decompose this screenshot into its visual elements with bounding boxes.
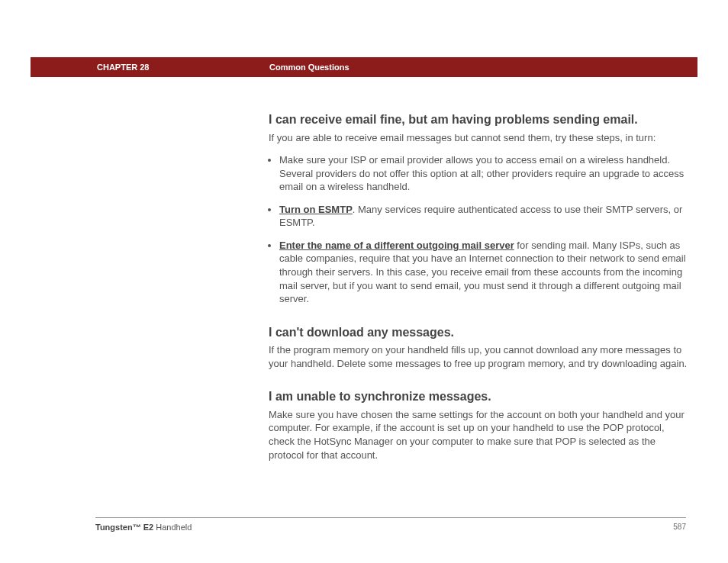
bullet-list-sending: Make sure your ISP or email provider all… <box>269 153 692 305</box>
link-turn-on-esmtp[interactable]: Turn on ESMTP <box>279 204 353 215</box>
main-content: I can receive email fine, but am having … <box>269 111 692 480</box>
body-sync: Make sure you have chosen the same setti… <box>269 408 692 462</box>
section-sync: I am unable to synchronize messages. Mak… <box>269 388 692 462</box>
footer-page-number: 587 <box>673 523 686 531</box>
section-sending-email: I can receive email fine, but am having … <box>269 111 692 306</box>
link-outgoing-server[interactable]: Enter the name of a different outgoing m… <box>279 240 514 251</box>
chapter-title: Common Questions <box>269 63 350 72</box>
heading-sync: I am unable to synchronize messages. <box>269 388 692 405</box>
chapter-label: CHAPTER 28 <box>97 63 149 72</box>
section-cant-download: I can't download any messages. If the pr… <box>269 324 692 371</box>
footer-product: Tungsten™ E2 Handheld <box>95 523 192 532</box>
bullet-esmtp: Turn on ESMTP. Many services require aut… <box>279 203 692 230</box>
page-footer: Tungsten™ E2 Handheld 587 <box>95 517 686 532</box>
footer-product-bold: Tungsten™ E2 <box>95 523 153 532</box>
bullet-isp-allows: Make sure your ISP or email provider all… <box>279 153 692 194</box>
chapter-header-bar: CHAPTER 28 Common Questions <box>31 57 697 77</box>
intro-sending-email: If you are able to receive email message… <box>269 131 692 145</box>
heading-sending-email: I can receive email fine, but am having … <box>269 111 692 128</box>
heading-cant-download: I can't download any messages. <box>269 324 692 341</box>
body-cant-download: If the program memory on your handheld f… <box>269 343 692 370</box>
bullet-outgoing-server: Enter the name of a different outgoing m… <box>279 239 692 306</box>
footer-product-rest: Handheld <box>153 523 192 532</box>
